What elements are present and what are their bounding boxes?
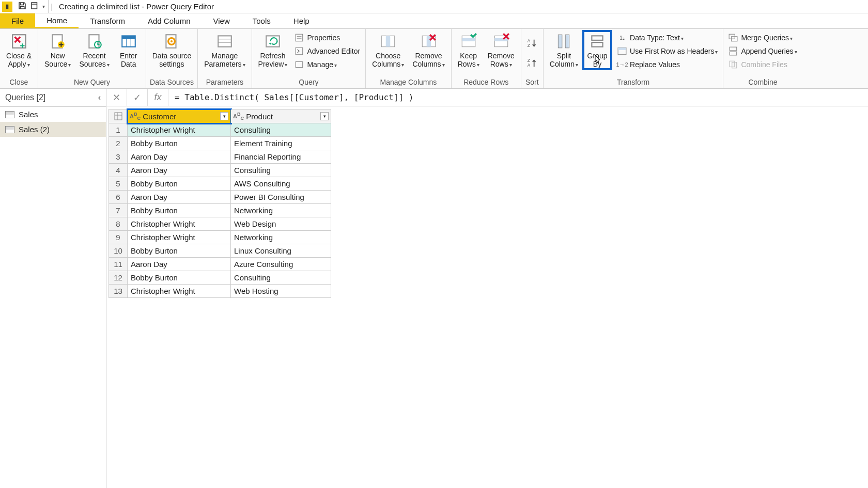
- cell-product[interactable]: Element Training: [231, 137, 331, 150]
- query-item-sales-2[interactable]: Sales (2): [0, 122, 106, 137]
- sort-desc-button[interactable]: ZA: [524, 54, 540, 73]
- table-row[interactable]: 1Christopher WrightConsulting: [109, 123, 331, 137]
- cell-product[interactable]: Consulting: [231, 123, 331, 137]
- filter-dropdown-icon[interactable]: ▾: [220, 112, 228, 120]
- table-row[interactable]: 7Bobby BurtonNetworking: [109, 204, 331, 217]
- cell-product[interactable]: Web Hosting: [231, 285, 331, 298]
- manage-query-button[interactable]: Manage: [292, 58, 362, 71]
- cell-product[interactable]: Consulting: [231, 164, 331, 177]
- table-row[interactable]: 8Christopher WrightWeb Design: [109, 217, 331, 231]
- cell-product[interactable]: AWS Consulting: [231, 177, 331, 191]
- row-number[interactable]: 2: [109, 137, 128, 150]
- table-corner[interactable]: [109, 109, 128, 123]
- commit-formula-button[interactable]: ✓: [127, 89, 148, 106]
- remove-columns-button[interactable]: Remove Columns: [409, 31, 447, 69]
- keep-rows-button[interactable]: Keep Rows: [455, 31, 483, 69]
- advanced-editor-button[interactable]: Advanced Editor: [292, 44, 362, 58]
- cell-product[interactable]: Networking: [231, 204, 331, 217]
- save-icon[interactable]: [18, 1, 27, 12]
- tab-tools[interactable]: Tools: [241, 13, 282, 28]
- undo-icon[interactable]: [30, 1, 39, 12]
- cell-customer[interactable]: Christopher Wright: [128, 217, 231, 231]
- collapse-pane-icon[interactable]: ‹: [98, 93, 101, 102]
- cell-product[interactable]: Web Design: [231, 217, 331, 231]
- cell-customer[interactable]: Aaron Day: [128, 150, 231, 164]
- cell-product[interactable]: Consulting: [231, 271, 331, 285]
- cell-customer[interactable]: Christopher Wright: [128, 285, 231, 298]
- tab-file[interactable]: File: [0, 13, 35, 28]
- group-label-parameters: Parameters: [198, 77, 251, 88]
- cancel-formula-button[interactable]: ✕: [106, 89, 127, 106]
- row-number[interactable]: 3: [109, 150, 128, 164]
- table-row[interactable]: 3Aaron DayFinancial Reporting: [109, 150, 331, 164]
- enter-data-button[interactable]: Enter Data: [115, 31, 143, 69]
- table-row[interactable]: 2Bobby BurtonElement Training: [109, 137, 331, 150]
- table-row[interactable]: 12Bobby BurtonConsulting: [109, 271, 331, 285]
- cell-customer[interactable]: Christopher Wright: [128, 231, 231, 244]
- tab-help[interactable]: Help: [282, 13, 321, 28]
- column-header-product[interactable]: ABC Product ▾: [231, 109, 331, 123]
- table-row[interactable]: 9Christopher WrightNetworking: [109, 231, 331, 244]
- row-number[interactable]: 7: [109, 204, 128, 217]
- first-row-headers-button[interactable]: Use First Row as Headers: [615, 44, 720, 58]
- combine-files-button[interactable]: Combine Files: [726, 58, 799, 71]
- column-header-customer[interactable]: ABC Customer ▾: [128, 109, 231, 123]
- cell-customer[interactable]: Bobby Burton: [128, 271, 231, 285]
- merge-queries-button[interactable]: Merge Queries: [726, 31, 799, 44]
- row-number[interactable]: 12: [109, 271, 128, 285]
- table-row[interactable]: 5Bobby BurtonAWS Consulting: [109, 177, 331, 191]
- filter-dropdown-icon[interactable]: ▾: [320, 112, 329, 120]
- tab-add-column[interactable]: Add Column: [136, 13, 202, 28]
- row-number[interactable]: 13: [109, 285, 128, 298]
- refresh-preview-button[interactable]: Refresh Preview: [255, 31, 291, 69]
- cell-customer[interactable]: Aaron Day: [128, 164, 231, 177]
- table-row[interactable]: 11Aaron DayAzure Consulting: [109, 258, 331, 271]
- table-row[interactable]: 6Aaron DayPower BI Consulting: [109, 191, 331, 204]
- cell-customer[interactable]: Aaron Day: [128, 191, 231, 204]
- recent-sources-button[interactable]: Recent Sources: [76, 31, 112, 69]
- cell-customer[interactable]: Bobby Burton: [128, 204, 231, 217]
- cell-product[interactable]: Linux Consulting: [231, 244, 331, 258]
- sort-asc-button[interactable]: AZ: [524, 34, 540, 54]
- fx-button[interactable]: fx: [148, 89, 168, 106]
- data-source-settings-button[interactable]: Data source settings: [149, 31, 194, 69]
- cell-customer[interactable]: Bobby Burton: [128, 137, 231, 150]
- remove-rows-button[interactable]: Remove Rows: [485, 31, 518, 69]
- row-number[interactable]: 6: [109, 191, 128, 204]
- group-by-button[interactable]: Group By: [583, 31, 611, 69]
- row-number[interactable]: 1: [109, 123, 128, 137]
- append-queries-button[interactable]: Append Queries: [726, 44, 799, 58]
- cell-customer[interactable]: Aaron Day: [128, 258, 231, 271]
- row-number[interactable]: 11: [109, 258, 128, 271]
- manage-parameters-button[interactable]: Manage Parameters: [201, 31, 248, 69]
- cell-customer[interactable]: Bobby Burton: [128, 244, 231, 258]
- formula-input[interactable]: = Table.Distinct( Sales[[Customer], [Pro…: [168, 92, 413, 102]
- table-row[interactable]: 4Aaron DayConsulting: [109, 164, 331, 177]
- close-apply-button[interactable]: Close & Apply: [3, 31, 35, 69]
- tab-view[interactable]: View: [202, 13, 241, 28]
- qat-dropdown-icon[interactable]: ▾: [42, 4, 45, 9]
- cell-product[interactable]: Financial Reporting: [231, 150, 331, 164]
- row-number[interactable]: 9: [109, 231, 128, 244]
- row-number[interactable]: 5: [109, 177, 128, 191]
- data-type-button[interactable]: 1₂ Data Type: Text: [615, 31, 720, 44]
- properties-button[interactable]: Properties: [292, 31, 362, 44]
- tab-home[interactable]: Home: [35, 13, 79, 28]
- choose-columns-button[interactable]: Choose Columns: [369, 31, 407, 69]
- row-number[interactable]: 4: [109, 164, 128, 177]
- cell-customer[interactable]: Bobby Burton: [128, 177, 231, 191]
- table-row[interactable]: 10Bobby BurtonLinux Consulting: [109, 244, 331, 258]
- tab-transform[interactable]: Transform: [79, 13, 136, 28]
- new-source-button[interactable]: New Source: [41, 31, 74, 69]
- table-icon: [5, 111, 14, 118]
- table-row[interactable]: 13Christopher WrightWeb Hosting: [109, 285, 331, 298]
- row-number[interactable]: 8: [109, 217, 128, 231]
- cell-product[interactable]: Azure Consulting: [231, 258, 331, 271]
- cell-customer[interactable]: Christopher Wright: [128, 123, 231, 137]
- query-item-sales[interactable]: Sales: [0, 107, 106, 122]
- cell-product[interactable]: Networking: [231, 231, 331, 244]
- split-column-button[interactable]: Split Column: [547, 31, 581, 69]
- row-number[interactable]: 10: [109, 244, 128, 258]
- cell-product[interactable]: Power BI Consulting: [231, 191, 331, 204]
- replace-values-button[interactable]: 1→2 Replace Values: [615, 58, 720, 71]
